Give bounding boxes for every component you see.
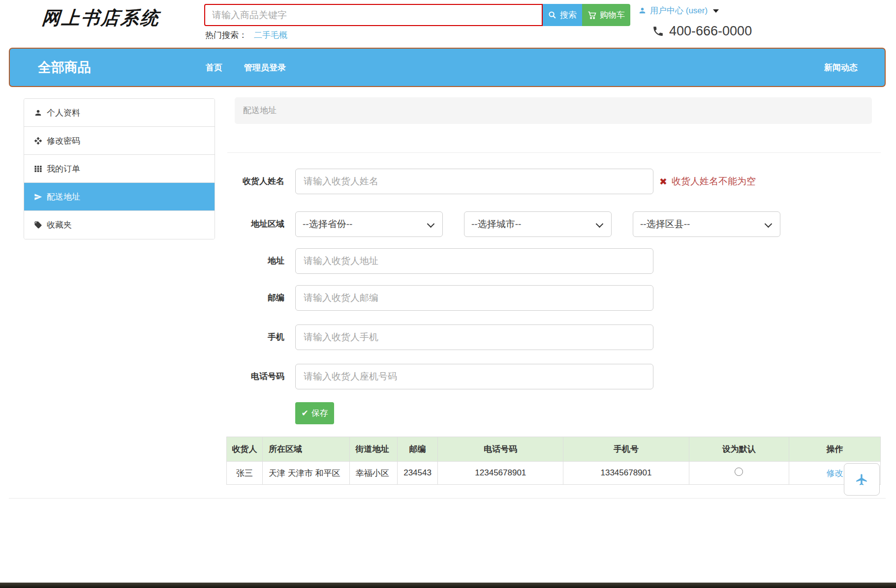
hot-search-label: 热门搜索： [205, 30, 247, 40]
cell-receiver: 张三 [227, 462, 263, 485]
cell-mobile: 13345678901 [563, 462, 689, 485]
address-input[interactable] [295, 248, 653, 274]
nav-all-products[interactable]: 全部商品 [38, 59, 91, 76]
arrows-icon [34, 137, 42, 145]
cell-region: 天津 天津市 和平区 [263, 462, 350, 485]
sidebar-item-change-password[interactable]: 修改密码 [24, 127, 215, 155]
cart-button[interactable]: 购物车 [582, 4, 630, 26]
sidebar-item-label: 收藏夹 [47, 219, 72, 231]
sidebar-item-label: 配送地址 [47, 191, 80, 203]
plane-icon [855, 473, 868, 486]
nav-admin-login[interactable]: 管理员登录 [244, 62, 286, 73]
form-row-name: 收货人姓名 ✖ 收货人姓名不能为空 [226, 169, 881, 194]
edit-address-link[interactable]: 修改 [826, 469, 843, 478]
district-select-value: --选择区县-- [640, 219, 690, 229]
search-icon [548, 11, 556, 19]
sidebar-item-delivery-address[interactable]: 配送地址 [24, 183, 215, 211]
hotline: 400-666-0000 [652, 24, 752, 39]
form-row-address: 地址 [226, 248, 881, 274]
col-header-zip: 邮编 [397, 437, 437, 462]
table-row: 张三 天津 天津市 和平区 幸福小区 234543 12345678901 13… [227, 462, 881, 485]
save-button-label: 保存 [311, 408, 328, 419]
name-input[interactable] [295, 169, 653, 194]
form-row-telephone: 电话号码 [226, 364, 881, 389]
chevron-down-icon [427, 220, 435, 228]
zipcode-input[interactable] [295, 285, 653, 311]
sidebar-item-label: 个人资料 [47, 107, 80, 118]
col-header-default: 设为默认 [689, 437, 789, 462]
col-header-street: 街道地址 [349, 437, 397, 462]
default-address-radio[interactable] [735, 468, 743, 476]
col-header-action: 操作 [789, 437, 880, 462]
user-center-menu[interactable]: 用户中心 (user) [638, 5, 719, 16]
col-header-receiver: 收货人 [227, 437, 263, 462]
district-select[interactable]: --选择区县-- [633, 211, 780, 237]
col-header-tel: 电话号码 [438, 437, 563, 462]
col-header-mobile: 手机号 [563, 437, 689, 462]
telephone-input[interactable] [295, 364, 653, 389]
user-icon [34, 109, 42, 117]
sidebar-item-favorites[interactable]: 收藏夹 [24, 211, 215, 239]
chevron-down-icon [765, 220, 772, 228]
sidebar-item-label: 修改密码 [47, 135, 80, 147]
cell-zip: 234543 [397, 462, 437, 485]
city-select[interactable]: --选择城市-- [464, 211, 612, 237]
chevron-down-icon [713, 9, 719, 13]
chevron-down-icon [596, 220, 604, 228]
nav-home[interactable]: 首页 [206, 62, 222, 73]
sidebar-item-profile[interactable]: 个人资料 [24, 99, 215, 127]
cell-street: 幸福小区 [349, 462, 397, 485]
hot-search: 热门搜索：二手毛概 [205, 29, 287, 41]
error-x-icon: ✖ [659, 176, 667, 187]
form-row-region: 地址区域 --选择省份-- --选择城市-- --选择区县-- [226, 211, 881, 237]
mobile-label: 手机 [226, 324, 284, 350]
tag-icon [34, 221, 42, 229]
user-icon [638, 6, 647, 15]
search-bar: 搜索 购物车 [204, 4, 630, 26]
form-row-zipcode: 邮编 [226, 285, 881, 311]
col-header-region: 所在区域 [263, 437, 350, 462]
address-label: 地址 [226, 248, 284, 274]
paper-plane-icon [34, 193, 42, 201]
name-error-text: 收货人姓名不能为空 [672, 175, 756, 188]
province-select[interactable]: --选择省份-- [295, 211, 443, 237]
name-error: ✖ 收货人姓名不能为空 [659, 169, 756, 194]
footer-strip [0, 583, 896, 588]
mobile-input[interactable] [295, 324, 653, 350]
site-logo: 网上书店系统 [41, 6, 160, 30]
region-label: 地址区域 [226, 211, 284, 237]
user-center-label: 用户中心 (user) [650, 5, 708, 16]
city-select-value: --选择城市-- [471, 219, 521, 229]
phone-icon [652, 25, 664, 37]
check-icon: ✔ [301, 408, 308, 418]
form-row-mobile: 手机 [226, 324, 881, 350]
sidebar-item-my-orders[interactable]: 我的订单 [24, 155, 215, 183]
search-input[interactable] [204, 4, 543, 26]
address-table: 收货人 所在区域 街道地址 邮编 电话号码 手机号 设为默认 操作 张三 天津 … [226, 437, 881, 485]
table-header-row: 收货人 所在区域 街道地址 邮编 电话号码 手机号 设为默认 操作 [227, 437, 881, 462]
cart-button-label: 购物车 [600, 9, 625, 21]
panel-title: 配送地址 [235, 97, 872, 124]
main-navbar: 全部商品 首页 管理员登录 新闻动态 [9, 48, 886, 87]
nav-news[interactable]: 新闻动态 [824, 62, 858, 73]
divider [227, 152, 881, 153]
name-label: 收货人姓名 [226, 169, 284, 194]
sidebar-item-label: 我的订单 [47, 163, 80, 175]
search-button-label: 搜索 [560, 9, 577, 21]
cell-tel: 12345678901 [438, 462, 563, 485]
save-button[interactable]: ✔ 保存 [295, 402, 334, 424]
back-to-top-button[interactable] [844, 463, 880, 496]
telephone-label: 电话号码 [226, 364, 284, 389]
hot-search-link[interactable]: 二手毛概 [254, 30, 287, 40]
zipcode-label: 邮编 [226, 285, 284, 311]
divider [9, 498, 886, 499]
user-center-sidebar: 个人资料 修改密码 我的订单 配送地址 收藏夹 [24, 98, 215, 239]
cart-icon [587, 11, 596, 20]
grid-icon [34, 165, 42, 173]
search-button[interactable]: 搜索 [543, 4, 582, 26]
province-select-value: --选择省份-- [303, 219, 352, 229]
hotline-number: 400-666-0000 [669, 24, 752, 39]
